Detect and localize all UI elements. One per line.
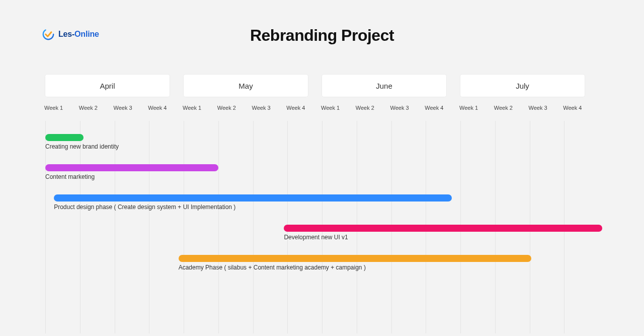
gantt-grid: Creating new brand identityContent marke… — [45, 122, 599, 333]
gantt-week-label: Week 2 — [79, 105, 98, 111]
page-title: Rebranding Project — [0, 26, 644, 45]
gantt-month-label: May — [184, 82, 308, 90]
gantt-task-label: Development new UI v1 — [284, 234, 348, 241]
gantt-weeks-header: Week 1Week 2Week 3Week 4Week 1Week 2Week… — [45, 105, 599, 119]
gantt-gridline — [115, 121, 115, 333]
gantt-task-label: Product design phase ( Create design sys… — [54, 204, 235, 211]
gantt-task-bar — [179, 255, 531, 262]
gantt-week-label: Week 3 — [114, 105, 132, 111]
gantt-gridline — [253, 121, 254, 333]
gantt-week-label: Week 1 — [321, 105, 340, 111]
gantt-task-label: Content marketing — [45, 173, 95, 180]
gantt-month-card: May — [184, 75, 308, 97]
gantt-week-label: Week 2 — [494, 105, 513, 111]
gantt-week-label: Week 4 — [286, 105, 305, 111]
gantt-week-label: Week 1 — [183, 105, 201, 111]
gantt-task-bar — [284, 225, 602, 232]
gantt-week-label: Week 1 — [459, 105, 478, 111]
gantt-task-label: Creating new brand identity — [45, 143, 119, 150]
gantt-week-label: Week 3 — [529, 105, 547, 111]
gantt-gridline — [184, 121, 184, 333]
gantt-task-bar — [45, 164, 218, 171]
gantt-months-header: AprilMayJuneJuly — [45, 75, 599, 98]
gantt-gridline — [80, 121, 80, 333]
gantt-month-card: July — [460, 75, 585, 97]
gantt-week-label: Week 1 — [44, 105, 63, 111]
gantt-task-bar — [54, 194, 452, 201]
gantt-task-bar — [45, 134, 84, 141]
gantt-month-card: June — [322, 75, 446, 97]
gantt-week-label: Week 3 — [252, 105, 271, 111]
gantt-week-label: Week 4 — [148, 105, 167, 111]
gantt-week-label: Week 4 — [425, 105, 443, 111]
gantt-month-label: July — [460, 82, 585, 90]
gantt-week-label: Week 4 — [563, 105, 582, 111]
gantt-month-label: June — [322, 82, 446, 90]
gantt-gridline — [45, 121, 46, 333]
gantt-week-label: Week 3 — [390, 105, 409, 111]
gantt-task-label: Academy Phase ( silabus + Content market… — [179, 264, 366, 271]
gantt-week-label: Week 2 — [217, 105, 236, 111]
gantt-month-label: April — [45, 82, 170, 90]
gantt-month-card: April — [45, 75, 170, 97]
gantt-gridline — [149, 121, 149, 333]
gantt-gridline — [218, 121, 219, 333]
gantt-week-label: Week 2 — [356, 105, 374, 111]
gantt-chart: AprilMayJuneJuly Week 1Week 2Week 3Week … — [45, 75, 599, 333]
